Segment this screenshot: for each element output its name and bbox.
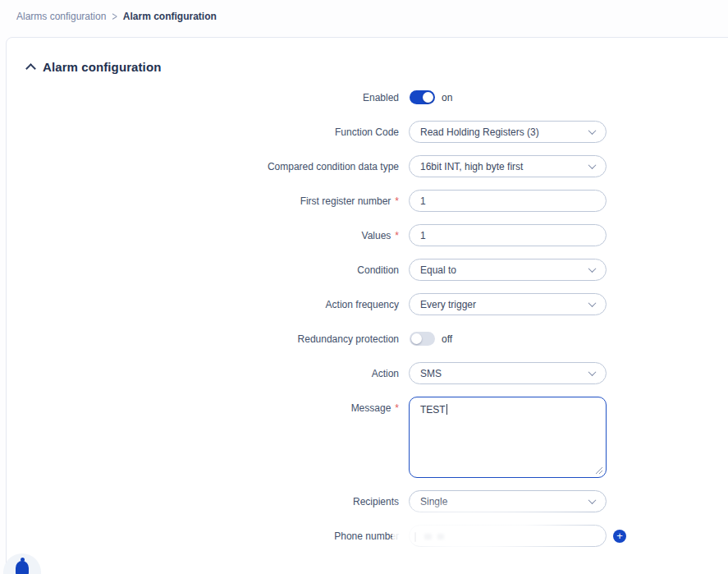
enabled-state-label: on [442, 92, 452, 103]
compared-type-select[interactable]: 16bit INT, high byte first [409, 155, 607, 177]
compared-type-label: Compared condition data type [268, 161, 399, 172]
select-value: Single [420, 496, 447, 507]
form-row-first-register: First register number * [27, 190, 728, 212]
form-row-message: Message * TEST [27, 397, 728, 478]
function-code-select[interactable]: Read Holding Registers (3) [409, 121, 607, 143]
panel-title: Alarm configuration [43, 60, 161, 74]
condition-label: Condition [357, 264, 399, 276]
form-row-condition: Condition Equal to [27, 259, 728, 281]
values-input[interactable] [409, 224, 607, 246]
required-mark: * [395, 195, 399, 207]
required-mark: * [395, 230, 399, 241]
redacted-phone-value [424, 534, 432, 540]
action-frequency-select[interactable]: Every trigger [409, 293, 607, 315]
form-row-phone: Phone number + [27, 525, 728, 547]
form-row-action-frequency: Action frequency Every trigger [27, 293, 728, 315]
breadcrumb-parent-link[interactable]: Alarms configuration [16, 11, 106, 22]
select-value: SMS [420, 368, 442, 379]
message-label: Message [351, 402, 391, 414]
bell-icon[interactable] [16, 561, 29, 574]
message-textarea[interactable]: TEST [409, 397, 607, 478]
phone-input[interactable] [409, 525, 607, 547]
redundancy-state-label: off [442, 333, 452, 345]
breadcrumb: Alarms configuration > Alarm configurati… [16, 11, 217, 22]
panel-collapse-header[interactable]: Alarm configuration [27, 60, 208, 74]
plus-icon: + [616, 530, 623, 541]
action-frequency-label: Action frequency [326, 299, 399, 310]
chevron-down-icon [588, 161, 597, 169]
form-row-values: Values * [27, 224, 728, 246]
form-row-redundancy: Redundancy protection off [27, 328, 728, 350]
redundancy-label: Redundancy protection [298, 333, 399, 345]
action-label: Action [372, 368, 399, 379]
action-select[interactable]: SMS [409, 362, 607, 384]
first-register-label: First register number [300, 195, 391, 207]
condition-select[interactable]: Equal to [409, 259, 607, 281]
toggle-knob [411, 333, 422, 344]
form-row-compared-type: Compared condition data type 16bit INT, … [27, 155, 728, 177]
function-code-label: Function Code [335, 126, 399, 138]
recipients-select[interactable]: Single [409, 490, 607, 512]
chevron-down-icon [588, 264, 597, 273]
select-value: Read Holding Registers (3) [420, 126, 539, 138]
message-text: TEST [420, 404, 446, 416]
required-mark: * [395, 402, 399, 414]
breadcrumb-current: Alarm configuration [123, 11, 217, 22]
breadcrumb-separator-icon: > [112, 11, 117, 23]
select-value: Every trigger [420, 299, 476, 310]
values-label: Values [362, 230, 391, 241]
chevron-down-icon [588, 368, 597, 376]
form-row-action: Action SMS [27, 362, 728, 384]
chevron-up-icon [25, 63, 36, 74]
recipients-label: Recipients [353, 496, 399, 507]
form-row-enabled: Enabled on [27, 86, 728, 108]
chevron-down-icon [588, 126, 597, 135]
resize-grip-icon[interactable] [595, 466, 602, 474]
select-value: 16bit INT, high byte first [420, 161, 523, 172]
form-row-function-code: Function Code Read Holding Registers (3) [27, 121, 728, 143]
redacted-phone-value [414, 532, 416, 542]
first-register-input[interactable] [409, 190, 607, 212]
alarm-form: Enabled on Function Code Read Holding Re… [27, 86, 728, 547]
phone-label: Phone number [334, 530, 399, 542]
alarm-configuration-page: Alarms configuration > Alarm configurati… [0, 0, 728, 574]
add-phone-button[interactable]: + [613, 530, 626, 543]
text-caret [446, 404, 447, 415]
redacted-phone-value [437, 534, 444, 540]
toggle-knob [423, 92, 433, 103]
form-row-recipients: Recipients Single [27, 490, 728, 512]
redundancy-toggle[interactable] [410, 332, 435, 346]
enabled-toggle[interactable] [410, 90, 435, 104]
chevron-down-icon [588, 496, 597, 504]
select-value: Equal to [420, 264, 456, 276]
alarm-configuration-card: Alarm configuration Enabled on Function … [6, 37, 728, 574]
enabled-label: Enabled [363, 92, 399, 103]
chevron-down-icon [588, 299, 597, 307]
